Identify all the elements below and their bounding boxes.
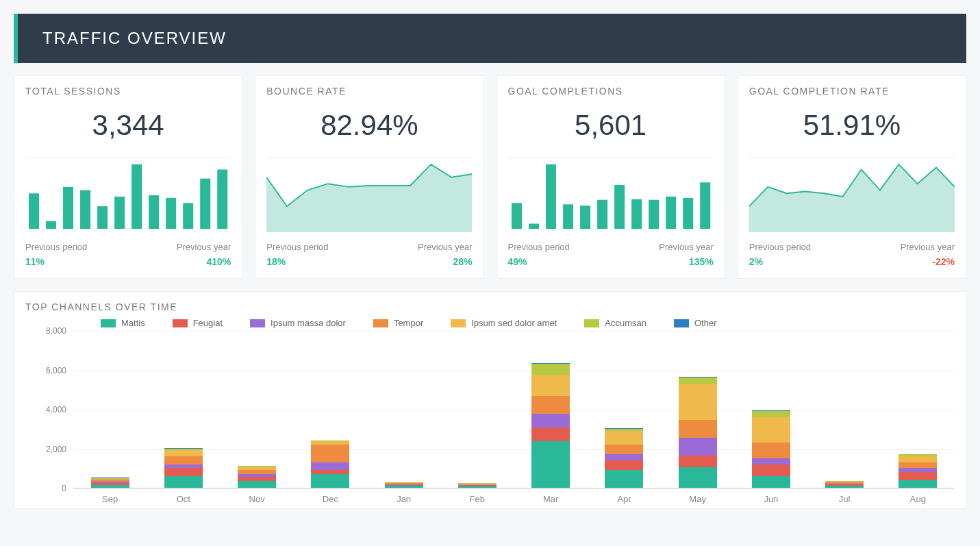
prev-year: Previous year135% [621, 242, 714, 267]
svg-rect-4 [97, 206, 108, 229]
legend-item[interactable]: Ipsum massa dolor [250, 318, 346, 328]
svg-rect-8 [166, 198, 176, 229]
bar-segment [899, 456, 937, 462]
svg-rect-2 [63, 187, 73, 229]
kpi-card: BOUNCE RATE82.94%Previous period18%Previ… [255, 75, 483, 279]
prev-year-label: Previous year [621, 242, 714, 252]
kpi-sparkline [749, 157, 955, 232]
legend-item[interactable]: Mattis [101, 318, 145, 328]
prev-year-delta: 135% [621, 256, 714, 267]
legend-item[interactable]: Feugiat [173, 318, 223, 328]
prev-year-label: Previous year [138, 242, 231, 252]
svg-rect-23 [700, 182, 710, 229]
stacked-bar [752, 410, 790, 488]
bar-segment [385, 486, 423, 488]
prev-period-label: Previous period [266, 242, 359, 252]
bar-segment [164, 468, 203, 476]
bar-segment [605, 454, 643, 460]
bar-segment [531, 396, 570, 414]
kpi-value: 3,344 [25, 109, 231, 142]
stacked-bar [91, 477, 129, 488]
bar-segment [531, 427, 570, 441]
bar-segment [531, 375, 570, 397]
prev-period-delta: 18% [266, 256, 359, 267]
kpi-value: 82.94% [266, 109, 472, 142]
stacked-bar [311, 440, 349, 488]
bar-segment [679, 420, 717, 438]
bar-segment [899, 480, 937, 488]
kpi-value: 51.91% [749, 109, 955, 142]
svg-rect-10 [200, 179, 210, 229]
stacked-bar [531, 363, 570, 488]
page-title: TRAFFIC OVERVIEW [42, 29, 227, 47]
legend-item[interactable]: Other [674, 318, 717, 328]
y-tick: 8,000 [46, 326, 66, 336]
x-tick: Jun [734, 488, 807, 504]
x-tick: Jul [808, 488, 881, 504]
bar-slot [73, 331, 147, 488]
y-tick: 0 [62, 484, 66, 493]
prev-period: Previous period18% [266, 242, 359, 267]
svg-rect-0 [29, 193, 39, 229]
kpi-sparkline [25, 157, 231, 232]
bar-segment [752, 458, 790, 464]
top-channels-x-axis: SepOctNovDecJanFebMarAprMayJunJulAug [73, 488, 955, 504]
kpi-sparkline [508, 157, 714, 232]
bar-segment [531, 441, 570, 488]
svg-rect-19 [631, 199, 642, 229]
bar-segment [752, 417, 790, 443]
legend-swatch [584, 319, 599, 327]
stacked-bar [679, 377, 717, 488]
svg-rect-17 [597, 200, 607, 229]
y-tick: 2,000 [46, 445, 66, 454]
kpi-label: GOAL COMPLETIONS [508, 86, 714, 97]
top-channels-card: TOP CHANNELS OVER TIME MattisFeugiatIpsu… [14, 291, 966, 509]
svg-rect-20 [649, 200, 659, 229]
legend-item[interactable]: Accumsan [584, 318, 646, 328]
prev-period: Previous period11% [25, 242, 118, 267]
kpi-row: TOTAL SESSIONS3,344Previous period11%Pre… [14, 75, 966, 279]
x-tick: Aug [881, 488, 955, 504]
kpi-footer: Previous period2%Previous year-22% [749, 242, 955, 267]
bar-segment [899, 462, 937, 469]
legend-label: Ipsum massa dolor [271, 318, 346, 328]
bar-slot [294, 331, 367, 488]
svg-rect-9 [183, 203, 193, 229]
prev-year-label: Previous year [862, 242, 955, 252]
bar-segment [679, 377, 717, 384]
bar-slot [221, 331, 294, 488]
legend-item[interactable]: Ipsum sed dolor amet [451, 318, 557, 328]
legend-label: Ipsum sed dolor amet [471, 318, 557, 328]
stacked-bar [605, 428, 643, 488]
legend-label: Accumsan [605, 318, 646, 328]
kpi-card: GOAL COMPLETIONS5,601Previous period49%P… [497, 75, 725, 279]
bar-segment [311, 474, 349, 488]
legend-label: Mattis [121, 318, 145, 328]
prev-period: Previous period2% [749, 242, 842, 267]
prev-year: Previous year-22% [862, 242, 955, 267]
legend-swatch [173, 319, 188, 327]
legend-item[interactable]: Tempor [373, 318, 423, 328]
bar-segment [679, 467, 717, 488]
svg-rect-7 [149, 195, 159, 229]
legend-swatch [451, 319, 466, 327]
svg-rect-5 [114, 197, 125, 229]
kpi-sparkline [266, 157, 472, 232]
bar-segment [458, 486, 497, 488]
bar-segment [605, 460, 643, 470]
svg-rect-11 [217, 169, 227, 229]
prev-year-delta: 28% [379, 256, 472, 267]
y-tick: 4,000 [46, 405, 66, 414]
bar-segment [311, 462, 349, 471]
stacked-bar [164, 448, 203, 488]
svg-rect-1 [46, 221, 56, 229]
bar-segment [605, 470, 643, 488]
bar-slot [588, 331, 661, 488]
bar-segment [752, 443, 790, 458]
legend-label: Feugiat [193, 318, 223, 328]
bars-row [73, 331, 955, 488]
kpi-label: GOAL COMPLETION RATE [749, 86, 955, 97]
x-tick: Sep [73, 488, 147, 504]
svg-rect-3 [80, 190, 90, 229]
x-tick: Nov [221, 488, 294, 504]
